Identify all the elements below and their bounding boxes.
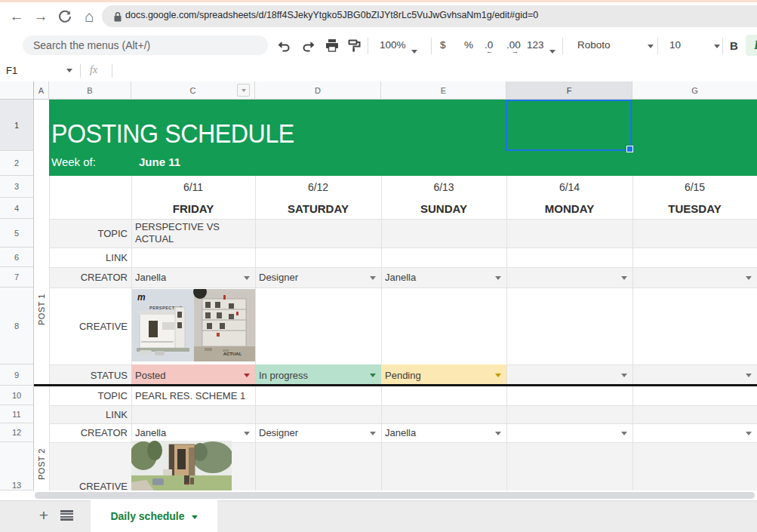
creator-dropdown[interactable]: Designer bbox=[255, 267, 381, 288]
creator-dropdown[interactable]: Janella bbox=[381, 423, 506, 442]
paint-format-button[interactable] bbox=[344, 36, 364, 54]
row-header-10[interactable]: 10 bbox=[0, 386, 34, 405]
status-dropdown-empty[interactable] bbox=[506, 364, 632, 386]
creator-dropdown[interactable] bbox=[506, 267, 632, 288]
column-header-g[interactable]: G bbox=[632, 81, 757, 100]
status-value: Posted bbox=[135, 370, 165, 381]
all-sheets-menu-button[interactable] bbox=[60, 510, 73, 521]
browser-forward-icon[interactable]: → bbox=[32, 8, 50, 26]
topic-cell-post1[interactable]: PERSPECTIVE VS ACTUAL bbox=[135, 221, 252, 245]
creator-dropdown[interactable] bbox=[632, 423, 757, 442]
row-header-4[interactable]: 4 bbox=[0, 198, 34, 219]
browser-back-icon[interactable]: ← bbox=[8, 8, 26, 26]
column-header-a[interactable]: A bbox=[34, 81, 49, 100]
status-dropdown-in-progress[interactable]: In progress bbox=[255, 364, 381, 386]
toolbar-divider bbox=[431, 38, 432, 54]
hamburger-icon bbox=[60, 518, 73, 521]
column-header-d[interactable]: D bbox=[255, 81, 381, 100]
topic-cell-post2[interactable]: PEARL RES. SCHEME 1 bbox=[135, 390, 253, 401]
select-all-corner[interactable] bbox=[0, 81, 34, 100]
format-currency-button[interactable]: $ bbox=[440, 39, 446, 51]
horizontal-scrollbar[interactable] bbox=[35, 492, 755, 499]
creator-value: Janella bbox=[135, 272, 166, 283]
creator-dropdown[interactable] bbox=[632, 267, 757, 288]
more-formats-button[interactable]: 123 bbox=[527, 39, 555, 51]
row-header-8[interactable]: 8 bbox=[0, 288, 34, 364]
column-header-b[interactable]: B bbox=[49, 81, 131, 100]
post1-group-label[interactable]: POST 1 bbox=[36, 268, 47, 351]
row-header-5[interactable]: 5 bbox=[0, 219, 34, 248]
creator-value: Janella bbox=[385, 272, 416, 283]
row-label-creative[interactable]: CREATIVE bbox=[49, 481, 128, 490]
row-header-11[interactable]: 11 bbox=[0, 405, 34, 423]
row-label-topic[interactable]: TOPIC bbox=[49, 386, 128, 405]
format-percent-button[interactable]: % bbox=[464, 39, 473, 51]
row-label-status[interactable]: STATUS bbox=[49, 364, 128, 386]
date-cell[interactable]: 6/14 bbox=[506, 176, 632, 198]
name-box-chevron-icon[interactable] bbox=[66, 69, 72, 72]
date-cell[interactable]: 6/15 bbox=[632, 176, 757, 198]
fill-handle[interactable] bbox=[626, 146, 633, 152]
actual-caption: ACTUAL bbox=[223, 352, 242, 356]
dropdown-arrow-icon bbox=[621, 432, 627, 435]
date-cell[interactable]: 6/13 bbox=[381, 176, 506, 198]
status-dropdown-pending[interactable]: Pending bbox=[381, 364, 506, 386]
week-of-label: Week of: bbox=[51, 155, 96, 168]
status-dropdown-posted[interactable]: Posted bbox=[131, 364, 255, 386]
name-box[interactable]: F1 bbox=[6, 65, 17, 76]
add-sheet-button[interactable]: + bbox=[34, 506, 54, 525]
date-cell[interactable]: 6/12 bbox=[255, 176, 381, 198]
font-family-select[interactable]: Roboto bbox=[577, 39, 649, 51]
tab-daily-schedule[interactable]: Daily schedule bbox=[91, 500, 217, 532]
print-button[interactable] bbox=[322, 36, 342, 54]
creative-image-post1[interactable]: m PERSPECTIVE bbox=[132, 289, 255, 361]
undo-button[interactable] bbox=[273, 36, 293, 54]
column-c-filter-button[interactable] bbox=[237, 84, 250, 97]
column-header-e[interactable]: E bbox=[381, 81, 506, 100]
zoom-select[interactable]: 100% bbox=[380, 39, 417, 51]
row-header-3[interactable]: 3 bbox=[0, 176, 34, 198]
browser-top-strip bbox=[0, 0, 757, 2]
dropdown-arrow-icon bbox=[746, 276, 752, 280]
creative-image-post2[interactable] bbox=[131, 441, 232, 490]
row-label-creator[interactable]: CREATOR bbox=[49, 267, 128, 288]
row-header-7[interactable]: 7 bbox=[0, 267, 34, 288]
day-cell[interactable]: MONDAY bbox=[506, 198, 632, 219]
lock-icon bbox=[113, 11, 122, 23]
day-cell[interactable]: TUESDAY bbox=[632, 198, 757, 219]
italic-button[interactable]: I bbox=[746, 35, 757, 56]
search-menus-input[interactable]: Search the menus (Alt+/) bbox=[23, 35, 268, 55]
creator-dropdown[interactable]: Janella bbox=[131, 423, 255, 442]
row-label-topic[interactable]: TOPIC bbox=[49, 219, 128, 248]
creator-dropdown[interactable]: Designer bbox=[255, 423, 381, 442]
formula-input[interactable] bbox=[112, 62, 757, 81]
creator-dropdown[interactable] bbox=[506, 423, 632, 442]
redo-button[interactable] bbox=[299, 36, 318, 54]
creator-dropdown[interactable]: Janella bbox=[131, 267, 255, 288]
column-header-f[interactable]: F bbox=[506, 81, 632, 100]
status-dropdown-empty[interactable] bbox=[632, 364, 757, 386]
creator-value: Janella bbox=[135, 427, 166, 438]
bold-button[interactable]: B bbox=[730, 39, 738, 52]
date-cell[interactable]: 6/11 bbox=[131, 176, 255, 198]
day-cell[interactable]: FRIDAY bbox=[131, 198, 255, 219]
font-size-select[interactable]: 10 bbox=[669, 39, 715, 51]
day-cell[interactable]: SUNDAY bbox=[381, 198, 506, 219]
row-header-1[interactable]: 1 bbox=[0, 100, 34, 151]
row-header-9[interactable]: 9 bbox=[0, 364, 34, 386]
creator-dropdown[interactable]: Janella bbox=[381, 267, 506, 288]
browser-home-icon[interactable]: ⌂ bbox=[80, 8, 98, 26]
row-label-creator[interactable]: CREATOR bbox=[49, 423, 128, 442]
gridline bbox=[49, 248, 757, 248]
row-label-creative[interactable]: CREATIVE bbox=[49, 288, 128, 364]
browser-reload-icon[interactable] bbox=[56, 8, 74, 26]
zoom-value: 100% bbox=[380, 39, 406, 51]
row-label-link[interactable]: LINK bbox=[49, 248, 128, 267]
toolbar-divider bbox=[657, 38, 658, 54]
row-header-12[interactable]: 12 bbox=[0, 423, 34, 442]
row-header-13[interactable]: 13 bbox=[0, 442, 34, 490]
day-cell[interactable]: SATURDAY bbox=[255, 198, 381, 219]
row-header-2[interactable]: 2 bbox=[0, 151, 34, 176]
row-label-link[interactable]: LINK bbox=[49, 405, 128, 423]
row-header-6[interactable]: 6 bbox=[0, 248, 34, 267]
